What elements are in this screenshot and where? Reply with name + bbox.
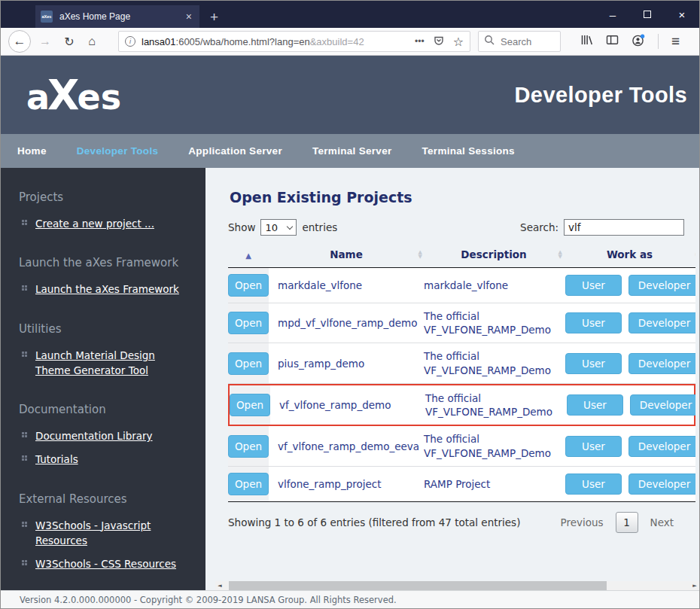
titlebar: aXes aXes Home Page × + – × bbox=[1, 1, 699, 28]
column-header-sorted[interactable]: ▲ bbox=[228, 248, 269, 260]
table-info: Showing 1 to 6 of 6 entries (filtered fr… bbox=[228, 516, 520, 528]
version-text: Version 4.2.0.000.000000 - Copyright © 2… bbox=[20, 595, 397, 605]
sidebar-item-documentation-library[interactable]: Documentation Library bbox=[19, 428, 190, 443]
toolbar-divider bbox=[658, 34, 659, 49]
nav-item-home[interactable]: Home bbox=[2, 145, 62, 157]
column-header-name[interactable]: Name▲▼ bbox=[269, 248, 424, 260]
sidebar: Projects Create a new project ... Launch… bbox=[1, 168, 205, 590]
open-button[interactable]: Open bbox=[228, 312, 269, 334]
scroll-right-icon[interactable]: ► bbox=[690, 581, 699, 590]
library-icon[interactable] bbox=[580, 34, 593, 49]
bullet-dots-icon bbox=[22, 522, 24, 524]
reload-button[interactable]: ↻ bbox=[58, 31, 81, 52]
open-button[interactable]: Open bbox=[228, 352, 269, 375]
url-bar[interactable]: i lansa01:6005/wba/home.html?lang=en&axb… bbox=[118, 31, 470, 52]
nav-item-terminal-sessions[interactable]: Terminal Sessions bbox=[407, 145, 530, 157]
sidebar-heading-launch-framework: Launch the aXes Framework bbox=[19, 256, 190, 269]
bullet-dots-icon bbox=[22, 432, 24, 434]
project-description: The official VF_VLFONE_RAMP_Demo bbox=[424, 303, 564, 343]
column-header-description[interactable]: Description▲▼ bbox=[424, 248, 564, 260]
page-title: Developer Tools bbox=[515, 83, 687, 108]
sidebar-item-launch-framework[interactable]: Launch the aXes Framework bbox=[19, 282, 190, 297]
browser-search-input[interactable] bbox=[499, 35, 547, 48]
bullet-dots-icon bbox=[22, 560, 24, 562]
pocket-icon[interactable] bbox=[433, 35, 445, 49]
sidebar-item-create-project[interactable]: Create a new project ... bbox=[19, 216, 190, 231]
main-panel: Open Existing Projects Show 10 entries S… bbox=[205, 168, 699, 590]
site-info-icon[interactable]: i bbox=[125, 36, 135, 47]
developer-button[interactable]: Developer bbox=[628, 473, 695, 495]
open-button[interactable]: Open bbox=[230, 394, 270, 416]
browser-toolbar: ← → ↻ ⌂ i lansa01:6005/wba/home.html?lan… bbox=[1, 28, 699, 56]
search-icon bbox=[484, 35, 495, 48]
account-icon[interactable] bbox=[632, 34, 645, 50]
maximize-button[interactable] bbox=[630, 1, 665, 28]
page-actions-icon[interactable]: ••• bbox=[415, 36, 425, 47]
developer-button[interactable]: Developer bbox=[628, 353, 695, 374]
column-header-workas[interactable]: Work as▲▼ bbox=[564, 248, 695, 260]
developer-button[interactable]: Developer bbox=[628, 312, 695, 333]
entries-label: entries bbox=[302, 221, 337, 233]
horizontal-scrollbar[interactable]: ◄ ► bbox=[215, 581, 699, 590]
developer-button[interactable]: Developer bbox=[628, 436, 695, 457]
bullet-dots-icon bbox=[22, 285, 24, 288]
sidebar-item-w3schools-css[interactable]: W3Schools - CSS Resources bbox=[19, 556, 190, 571]
new-tab-button[interactable]: + bbox=[210, 10, 218, 24]
sidebar-heading-utilities: Utilities bbox=[19, 322, 190, 336]
browser-tab[interactable]: aXes aXes Home Page × bbox=[35, 5, 199, 28]
table-row: Open markdale_vlfone markdale_vlfone Use… bbox=[228, 268, 695, 303]
show-label: Show bbox=[228, 221, 255, 233]
project-description: RAMP Project bbox=[424, 467, 564, 501]
projects-table: ▲ Name▲▼ Description▲▼ Work as▲▼ Open ma… bbox=[228, 243, 695, 502]
back-button[interactable]: ← bbox=[8, 30, 31, 53]
user-button[interactable]: User bbox=[565, 275, 622, 296]
sidebar-item-material-theme-tool[interactable]: Launch Material Design Theme Generator T… bbox=[19, 348, 190, 379]
next-button[interactable]: Next bbox=[650, 516, 674, 528]
project-description: The official VF_VLFONE_RAMP_Demo bbox=[425, 385, 565, 425]
user-button[interactable]: User bbox=[565, 353, 622, 374]
previous-button[interactable]: Previous bbox=[560, 516, 603, 528]
open-button[interactable]: Open bbox=[228, 435, 269, 458]
project-name: pius_ramp_demo bbox=[269, 343, 424, 382]
user-button[interactable]: User bbox=[565, 312, 622, 333]
home-button[interactable]: ⌂ bbox=[81, 31, 103, 52]
tab-close-icon[interactable]: × bbox=[184, 11, 194, 22]
user-button[interactable]: User bbox=[565, 473, 622, 495]
scroll-left-icon[interactable]: ◄ bbox=[215, 581, 224, 590]
maximize-icon bbox=[644, 11, 651, 18]
sidebar-item-tutorials[interactable]: Tutorials bbox=[19, 452, 190, 467]
developer-button[interactable]: Developer bbox=[630, 394, 695, 416]
nav-item-application-server[interactable]: Application Server bbox=[173, 145, 297, 157]
menu-icon[interactable]: ≡ bbox=[671, 33, 680, 50]
sidebar-item-w3schools-js[interactable]: W3Schools - Javascript Resources bbox=[19, 518, 190, 549]
table-row: Open mpd_vf_vlfone_ramp_demo The officia… bbox=[228, 303, 695, 343]
developer-button[interactable]: Developer bbox=[628, 275, 695, 296]
forward-button[interactable]: → bbox=[34, 31, 56, 52]
show-entries-select[interactable]: 10 bbox=[260, 219, 297, 236]
open-button[interactable]: Open bbox=[228, 473, 269, 495]
scrollbar-thumb[interactable] bbox=[229, 581, 606, 590]
sidebar-heading-projects: Projects bbox=[19, 190, 190, 204]
open-button[interactable]: Open bbox=[228, 274, 269, 297]
project-name: mpd_vf_vlfone_ramp_demo bbox=[269, 303, 424, 343]
project-name: vf_vlfone_ramp_demo_eeva bbox=[269, 426, 424, 465]
bookmark-star-icon[interactable]: ☆ bbox=[453, 35, 464, 49]
user-button[interactable]: User bbox=[565, 436, 622, 457]
close-button[interactable]: × bbox=[665, 1, 699, 28]
nav-item-developer-tools[interactable]: Developer Tools bbox=[62, 145, 174, 157]
nav-item-terminal-server[interactable]: Terminal Server bbox=[297, 145, 407, 157]
user-button[interactable]: User bbox=[567, 394, 623, 416]
table-row: Open vf_vlfone_ramp_demo_eeva The offici… bbox=[228, 426, 695, 466]
table-search-input[interactable] bbox=[564, 219, 684, 236]
page-number-button[interactable]: 1 bbox=[616, 512, 638, 533]
search-bar[interactable] bbox=[478, 31, 561, 52]
table-header-row: ▲ Name▲▼ Description▲▼ Work as▲▼ bbox=[228, 243, 695, 268]
minimize-button[interactable]: – bbox=[595, 1, 630, 28]
tab-title: aXes Home Page bbox=[59, 11, 184, 22]
sort-icons: ▲▼ bbox=[418, 250, 422, 259]
project-name: markdale_vlfone bbox=[269, 268, 424, 303]
sort-ascending-icon: ▲ bbox=[245, 251, 251, 260]
project-name: vlfone_ramp_project bbox=[269, 467, 424, 501]
sidebars-icon[interactable] bbox=[606, 34, 619, 49]
scrollbar-track[interactable] bbox=[224, 581, 690, 590]
